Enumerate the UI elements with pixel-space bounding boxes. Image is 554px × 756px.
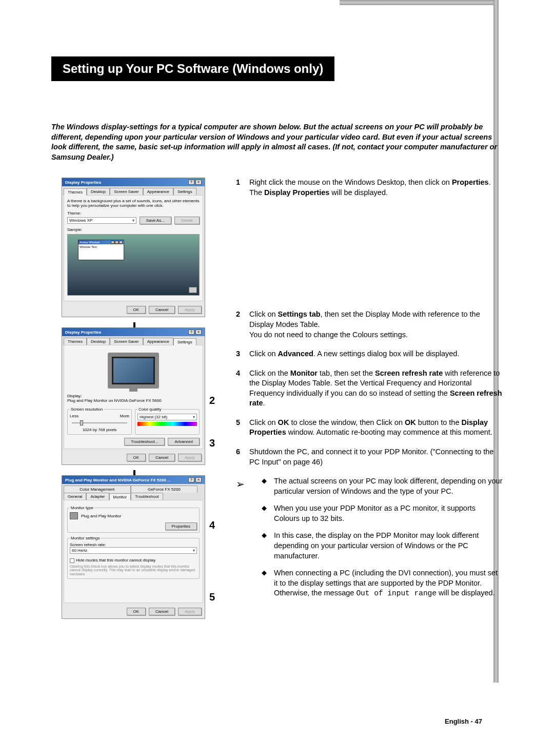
dialog-title-text: Display Properties: [65, 180, 101, 185]
note-arrow-icon: ➢: [236, 476, 262, 606]
active-window-label: Active Window: [80, 241, 100, 244]
step-text: .: [489, 178, 491, 186]
save-as-button: Save As...: [140, 217, 171, 224]
display-value: Plug and Play Monitor on NVIDIA GeForce …: [67, 398, 200, 403]
page-footer: English - 47: [445, 718, 482, 725]
dialog-title-text: Plug and Play Monitor and NVIDIA GeForce…: [65, 478, 171, 482]
properties-button: Properties: [165, 522, 197, 530]
more-label: More: [120, 414, 129, 418]
step-text: . A new settings dialog box will be disp…: [313, 350, 460, 358]
step-text: .: [263, 399, 265, 407]
ok-button: OK: [127, 454, 146, 461]
display-properties-settings-dialog: Display Properties ? × Themes Desktop Sc…: [62, 327, 205, 465]
step-bold: OK: [405, 418, 416, 427]
step-text: Click on the: [249, 369, 290, 377]
step-bold: Monitor: [290, 369, 318, 377]
note-mono: Out of input range: [356, 589, 437, 597]
tab-color-management: Color Management: [64, 486, 131, 493]
tab-screensaver: Screen Saver: [110, 188, 143, 195]
cancel-button: Cancel: [149, 608, 175, 615]
tab-adapter: Adapter: [86, 493, 109, 500]
window-text-label: Window Text: [78, 244, 124, 249]
apply-button: Apply: [178, 306, 202, 314]
notes-block: ➢ ◆The actual screens on your PC may loo…: [236, 476, 503, 606]
close-icon: ×: [195, 477, 202, 482]
step-bold: OK: [278, 418, 289, 427]
monitor-name: Plug and Play Monitor: [81, 514, 121, 518]
display-label: Display:: [67, 394, 200, 398]
tab-themes: Themes: [64, 188, 87, 196]
tab-settings: Settings: [173, 338, 196, 345]
step-bold: Screen refresh rate: [375, 369, 443, 377]
screenshots-column: Display Properties ? × Themes Desktop Sc…: [51, 178, 215, 618]
tab-desktop: Desktop: [87, 338, 110, 345]
help-icon: ?: [188, 180, 194, 185]
screen-resolution-label: Screen resolution: [70, 407, 104, 412]
monitor-properties-dialog: Plug and Play Monitor and NVIDIA GeForce…: [62, 475, 205, 618]
step-bold: Display Properties: [264, 188, 329, 197]
step-text: You do not need to change the Colours se…: [249, 331, 408, 339]
tab-troubleshoot: Troubleshoot: [131, 493, 163, 500]
theme-value: Windows XP: [69, 218, 92, 223]
theme-description: A theme is a background plus a set of so…: [67, 199, 200, 208]
tab-themes: Themes: [64, 338, 87, 345]
tab-screensaver: Screen Saver: [110, 338, 143, 345]
chevron-down-icon: ▾: [193, 415, 195, 419]
step-number: 6: [236, 447, 249, 467]
cancel-button: Cancel: [149, 454, 175, 461]
monitor-type-label: Monitor type: [70, 506, 94, 510]
refresh-rate-value: 60 Hertz: [72, 548, 87, 553]
step-bold: Properties: [452, 178, 489, 186]
page-content: Setting up Your PC Software (Windows onl…: [51, 21, 513, 619]
tab-monitor: Monitor: [109, 493, 131, 500]
step-bold: Settings tab: [278, 310, 321, 318]
sample-label: Sample:: [67, 227, 200, 232]
step-4: 4 Click on the Monitor tab, then set the…: [236, 369, 503, 409]
step-3: 3 Click on Advanced. A new settings dial…: [236, 349, 503, 359]
recycle-bin-icon: [189, 287, 197, 293]
chevron-down-icon: ▾: [193, 548, 195, 553]
apply-button: Apply: [178, 608, 202, 615]
step-text: window. Automatic re-booting may commenc…: [286, 428, 492, 436]
tab-settings: Settings: [173, 188, 196, 195]
tab-general: General: [64, 493, 86, 500]
diamond-icon: ◆: [262, 503, 274, 524]
note-text: When you use your PDP Monitor as a PC mo…: [274, 503, 503, 524]
step-text: The: [249, 188, 264, 197]
close-icon: ×: [195, 329, 202, 335]
resolution-slider: [72, 422, 127, 423]
step-text: Right click the mouse on the Windows Des…: [249, 178, 452, 186]
step-text: button to the: [416, 418, 462, 427]
step-6: 6 Shutdown the PC, and connect it to you…: [236, 447, 503, 467]
marker-3: 3: [209, 437, 215, 449]
tab-geforce: GeForce FX 5200: [131, 486, 198, 493]
display-properties-themes-dialog: Display Properties ? × Themes Desktop Sc…: [62, 178, 205, 317]
tab-appearance: Appearance: [143, 338, 173, 345]
cancel-button: Cancel: [149, 306, 175, 314]
troubleshoot-button: Troubleshoot...: [124, 438, 165, 445]
dialog-tabs: Themes Desktop Screen Saver Appearance S…: [62, 186, 205, 195]
note-text: In this case, the display on the PDP Mon…: [274, 531, 503, 561]
page-title: Setting up Your PC Software (Windows onl…: [51, 56, 334, 81]
diamond-icon: ◆: [262, 531, 274, 561]
step-5: 5 Click on OK to close the window, then …: [236, 418, 503, 438]
refresh-rate-dropdown: 60 Hertz▾: [70, 547, 197, 554]
color-swatch-bar: [137, 422, 197, 426]
tab-appearance: Appearance: [143, 188, 173, 195]
dialog-titlebar: Display Properties ? ×: [62, 178, 205, 186]
dialog-title-text: Display Properties: [65, 330, 101, 335]
color-quality-value: Highest (32 bit): [140, 415, 167, 419]
resolution-value: 1024 by 768 pixels: [70, 428, 129, 432]
theme-label: Theme:: [67, 211, 200, 216]
apply-button: Apply: [178, 454, 202, 461]
step-2: 2 Click on Settings tab, then set the Di…: [236, 309, 503, 340]
delete-button: Delete: [174, 217, 200, 224]
step-bold: Advanced: [278, 350, 313, 358]
marker-2: 2: [209, 395, 215, 406]
marker-5: 5: [209, 591, 215, 603]
monitor-preview-icon: [108, 353, 159, 389]
monitor-settings-label: Monitor settings: [70, 536, 101, 540]
less-label: Less: [70, 414, 78, 418]
step-text: Click on: [249, 310, 278, 318]
step-number: 1: [236, 178, 249, 198]
